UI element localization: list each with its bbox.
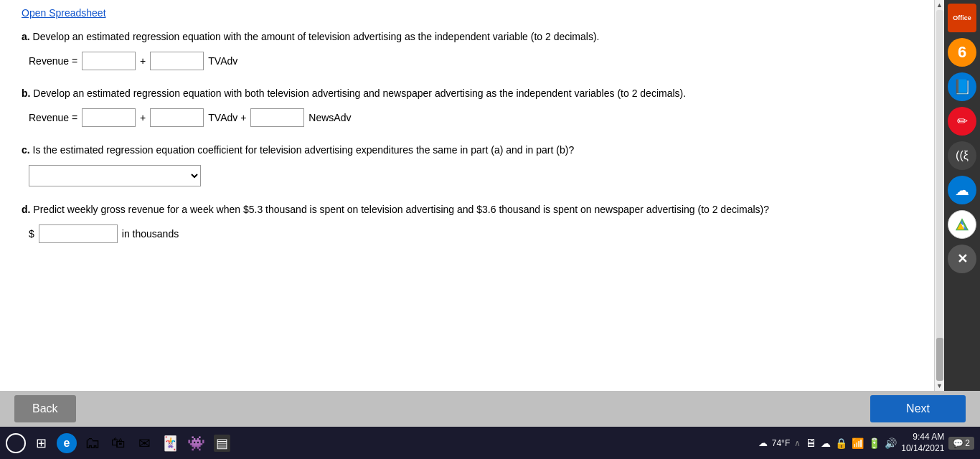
taskbar-cloud2: ☁	[821, 437, 831, 449]
next-button[interactable]: Next	[870, 395, 966, 422]
question-c-label: c.	[22, 144, 30, 156]
question-a-label: a.	[22, 31, 30, 42]
question-a-text: a. Develop an estimated regression equat…	[22, 29, 913, 44]
question-c-body: Is the estimated regression equation coe…	[33, 144, 575, 156]
thousands-label: in thousands	[122, 228, 179, 240]
question-d-text: d. Predict weekly gross revenue for a we…	[22, 202, 913, 217]
start-button[interactable]	[6, 433, 26, 453]
clock-time: 9:44 AM	[901, 432, 944, 443]
cards-symbol: 🃏	[161, 435, 179, 452]
eq-a-tvadv: TVAdv	[208, 55, 237, 67]
close-icon[interactable]: ✕	[948, 245, 976, 273]
scroll-thumb	[936, 338, 943, 381]
bottom-nav: Back Next	[0, 391, 980, 427]
taskview-button[interactable]: ⊞	[30, 432, 52, 454]
close-symbol: ✕	[957, 251, 968, 267]
question-b: b. Develop an estimated regression equat…	[22, 86, 913, 127]
book-icon[interactable]: 📘	[948, 72, 976, 101]
kidomi-symbol: 👾	[187, 435, 205, 452]
taskbar: ⊞ e 🗂 🛍 ✉ 🃏 👾 ▤ ☁ 74°F ∧ 🖥 ☁ 🔒 📶 🔋 🔊 9:	[0, 427, 980, 459]
eq-b-plus1: +	[140, 112, 146, 123]
mail-icon[interactable]: ✉	[133, 432, 155, 454]
weather-display: ☁	[758, 437, 768, 448]
kidomi-icon[interactable]: 👾	[185, 432, 207, 454]
eq-a-input2[interactable]	[150, 52, 204, 70]
taskbar-security: 🔒	[835, 437, 847, 449]
eq-a-input1[interactable]	[82, 52, 136, 70]
cloud-icon[interactable]: ☁	[948, 176, 976, 204]
scroll-down-arrow[interactable]: ▼	[936, 382, 943, 389]
eq-b-input2[interactable]	[150, 108, 204, 127]
question-b-label: b.	[22, 87, 30, 99]
back-button[interactable]: Back	[14, 395, 76, 422]
eq-b-input3[interactable]	[250, 108, 304, 127]
office-label: Office	[953, 14, 971, 22]
folder-symbol: 🗂	[85, 434, 100, 453]
spreadsheet-link[interactable]: Open Spreadsheet	[22, 7, 106, 19]
monitor-symbol: ▤	[214, 435, 230, 452]
app6-label: 6	[958, 43, 966, 62]
dollar-input-row: $ in thousands	[29, 224, 913, 243]
question-b-text: b. Develop an estimated regression equat…	[22, 86, 913, 101]
edge-icon[interactable]: e	[56, 432, 77, 454]
dollar-sign: $	[29, 228, 34, 240]
mail-symbol: ✉	[138, 435, 151, 452]
eq-b-newsadv: NewsAdv	[308, 112, 351, 123]
eq-a-plus: +	[140, 55, 146, 67]
book-symbol: 📘	[953, 78, 971, 95]
app6-icon[interactable]: 6	[948, 38, 976, 67]
question-d-label: d.	[22, 204, 30, 215]
cloud-symbol: ☁	[955, 181, 969, 199]
right-sidebar: Office 6 📘 ✏ ((ξ ☁	[944, 0, 980, 391]
taskbar-sep1: ∧	[794, 438, 801, 448]
question-b-body: Develop an estimated regression equation…	[33, 87, 686, 99]
scroll-track	[936, 10, 943, 381]
taskbar-battery: 🔋	[868, 437, 880, 449]
store-symbol: 🛍	[111, 435, 126, 451]
question-d-input[interactable]	[39, 224, 118, 243]
wifi-icon[interactable]: ((ξ	[948, 141, 976, 170]
scroll-up-arrow[interactable]: ▲	[936, 1, 943, 9]
equation-b-row: Revenue = + TVAdv + NewsAdv	[29, 108, 913, 127]
time-block[interactable]: 9:44 AM 10/14/2021	[901, 432, 944, 454]
wifi-symbol: ((ξ	[956, 149, 969, 162]
question-c-dropdown[interactable]: Yes No	[29, 165, 201, 186]
eq-b-input1[interactable]	[82, 108, 136, 127]
question-c-text: c. Is the estimated regression equation …	[22, 143, 913, 158]
scrollbar[interactable]: ▲ ▼	[934, 0, 944, 391]
eq-b-label: Revenue =	[29, 112, 77, 123]
temperature: 74°F	[772, 438, 790, 448]
eq-a-label: Revenue =	[29, 55, 77, 67]
cards-icon[interactable]: 🃏	[159, 432, 181, 454]
equation-a-row: Revenue = + TVAdv	[29, 52, 913, 70]
taskbar-wifi2: 📶	[852, 437, 864, 449]
pencil-symbol: ✏	[957, 113, 968, 129]
question-d: d. Predict weekly gross revenue for a we…	[22, 202, 913, 243]
pencil-icon[interactable]: ✏	[948, 107, 976, 136]
explorer-icon[interactable]: 🗂	[82, 432, 103, 454]
notification-button[interactable]: 💬 2	[948, 437, 974, 450]
eq-b-tvadv: TVAdv +	[208, 112, 246, 123]
question-a-body: Develop an estimated regression equation…	[33, 31, 600, 42]
taskbar-screen: 🖥	[805, 437, 816, 450]
office-icon[interactable]: Office	[948, 4, 976, 32]
edge-app: e	[57, 433, 77, 453]
monitor-icon[interactable]: ▤	[211, 432, 232, 454]
store-icon[interactable]: 🛍	[108, 432, 129, 454]
question-d-body: Predict weekly gross revenue for a week …	[33, 204, 769, 215]
question-a: a. Develop an estimated regression equat…	[22, 29, 913, 70]
question-c: c. Is the estimated regression equation …	[22, 143, 913, 186]
taskbar-right: ☁ 74°F ∧ 🖥 ☁ 🔒 📶 🔋 🔊 9:44 AM 10/14/2021 …	[758, 427, 974, 459]
clock-date: 10/14/2021	[901, 443, 944, 455]
notification-count: 2	[965, 438, 970, 448]
drive-triangle-icon	[954, 217, 970, 232]
drive-icon[interactable]	[948, 210, 976, 239]
taskbar-volume: 🔊	[885, 437, 897, 449]
